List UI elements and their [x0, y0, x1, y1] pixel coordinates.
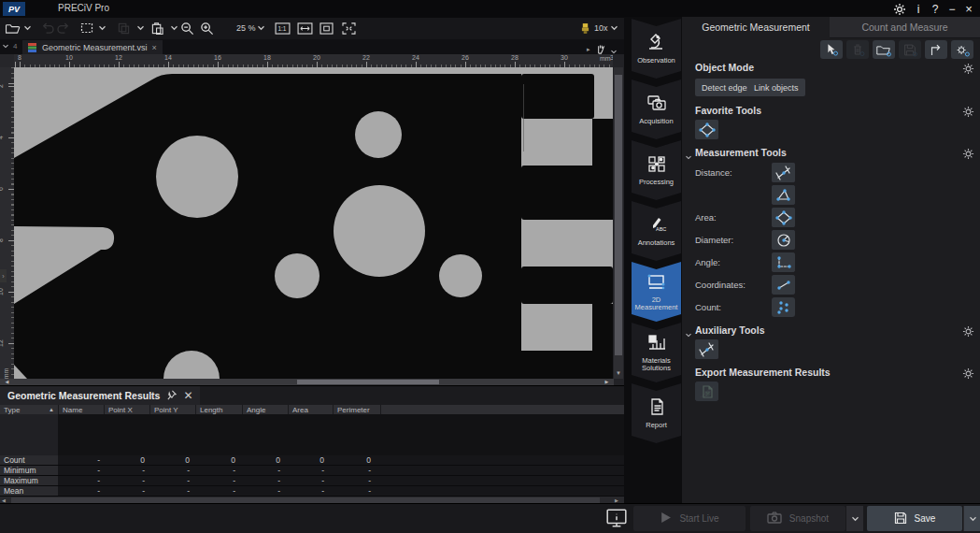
- tab-list-icon[interactable]: [2, 42, 9, 50]
- sidebar-item-annotations[interactable]: ABC Annotations: [632, 201, 681, 261]
- sidebar-item-2d-measurement[interactable]: 2D Measurement: [632, 262, 681, 322]
- snapshot-dropdown[interactable]: [846, 506, 863, 531]
- fullscreen-button[interactable]: [342, 20, 356, 36]
- sidebar-item-observation[interactable]: Observation: [632, 19, 681, 79]
- favorite-tools-title: Favorite Tools: [695, 105, 761, 116]
- materials-icon: [646, 333, 668, 355]
- document-tab-close-icon[interactable]: ×: [152, 43, 157, 52]
- fit-width-button[interactable]: [297, 20, 313, 36]
- close-button[interactable]: ×: [960, 1, 977, 17]
- summary-value: -: [238, 466, 283, 475]
- objective-icon: [581, 20, 589, 36]
- objective-dropdown[interactable]: [609, 20, 618, 36]
- save-dropdown[interactable]: [963, 506, 980, 531]
- zoom-out-icon[interactable]: [180, 20, 194, 36]
- start-live-button[interactable]: Start Live: [633, 506, 746, 531]
- column-header-point-y[interactable]: Point Y: [150, 405, 195, 414]
- column-header-type[interactable]: Type ▲: [0, 405, 58, 414]
- zoom-1to1-button[interactable]: 1:1: [275, 20, 291, 36]
- measure-perpendicular[interactable]: [772, 252, 795, 272]
- copy-icon[interactable]: [118, 20, 130, 36]
- save-tag-button[interactable]: [899, 40, 921, 59]
- measure-count-dots[interactable]: [772, 297, 795, 317]
- specimen-image[interactable]: [14, 67, 613, 379]
- row-label: Angle:: [695, 257, 720, 267]
- auxiliary-tools-settings-icon[interactable]: [962, 324, 974, 337]
- auxiliary-tools-collapse-icon[interactable]: [685, 324, 694, 341]
- display-button[interactable]: [605, 507, 628, 533]
- column-header-angle[interactable]: Angle: [243, 405, 288, 414]
- favorite-tools-settings-icon[interactable]: [962, 105, 974, 117]
- fit-window-button[interactable]: [320, 20, 334, 36]
- column-header-point-x[interactable]: Point X: [105, 405, 149, 414]
- tab-overflow[interactable]: 4: [2, 42, 17, 50]
- save-button[interactable]: Save: [867, 506, 962, 531]
- document-tab[interactable]: Geometric Measurement.vsi ×: [22, 40, 163, 54]
- trash-tag-button[interactable]: [846, 40, 869, 59]
- help-icon[interactable]: ?: [927, 1, 944, 17]
- export-doc-file-x[interactable]: [695, 382, 718, 401]
- v-ruler-tick-label: 2: [0, 81, 14, 91]
- tab-geometric-measurement[interactable]: Geometric Measurement: [682, 17, 830, 37]
- scroll-right-icon[interactable]: ▶: [602, 379, 612, 385]
- snapshot-button[interactable]: Snapshot: [750, 506, 845, 531]
- vertical-scrollbar[interactable]: ▼: [614, 67, 623, 379]
- row-label: Distance:: [695, 167, 732, 178]
- auxiliary-caliper[interactable]: [695, 339, 718, 359]
- minimize-button[interactable]: −: [944, 1, 960, 17]
- zoom-level-value[interactable]: 25 %: [236, 20, 256, 36]
- sidebar-item-acquisition[interactable]: Acquisition: [632, 79, 681, 139]
- paste-icon[interactable]: [151, 20, 163, 36]
- column-header-name[interactable]: Name: [59, 405, 104, 414]
- column-header-area[interactable]: Area: [289, 405, 333, 414]
- column-header-perimeter[interactable]: Perimeter: [334, 405, 380, 414]
- folder-tag-button[interactable]: [873, 40, 895, 59]
- measure-caliper[interactable]: [772, 163, 795, 182]
- results-panel: Geometric Measurement Results ✕ Type ▲Na…: [0, 385, 624, 504]
- settings-gear-icon[interactable]: [891, 1, 908, 17]
- horizontal-scrollbar-thumb[interactable]: [297, 380, 439, 384]
- sidebar-item-report[interactable]: Report: [632, 383, 681, 443]
- undo-icon[interactable]: [40, 20, 54, 36]
- copy-dropdown[interactable]: [135, 20, 145, 36]
- measure-diamond[interactable]: [772, 208, 795, 227]
- info-icon[interactable]: i: [910, 1, 927, 17]
- tab-count-and-measure[interactable]: Count and Measure: [830, 17, 980, 38]
- results-close-icon[interactable]: ✕: [183, 389, 192, 402]
- measurement-tools-settings-icon[interactable]: [962, 147, 974, 159]
- scroll-left-icon[interactable]: ◀: [2, 379, 12, 385]
- measurement-tools-collapse-icon[interactable]: [685, 147, 694, 164]
- left-expander[interactable]: ›: [0, 269, 7, 282]
- export-settings-icon[interactable]: [962, 367, 974, 379]
- open-file-dropdown[interactable]: [22, 20, 32, 36]
- redo-icon[interactable]: [57, 20, 71, 36]
- select-region-dropdown[interactable]: [97, 20, 107, 36]
- cursor-tag-button[interactable]: [820, 40, 843, 59]
- open-file-icon[interactable]: [5, 20, 21, 36]
- summary-value: -: [238, 486, 283, 496]
- row-label: Area:: [695, 212, 717, 223]
- scroll-down-icon[interactable]: ▼: [614, 368, 623, 379]
- link-objects-button[interactable]: Link objects: [747, 79, 805, 96]
- select-region-icon[interactable]: [80, 20, 93, 36]
- zoom-level-dropdown[interactable]: [256, 20, 265, 36]
- measure-line-2point[interactable]: [772, 275, 795, 295]
- horizontal-scrollbar[interactable]: ◀ ▶: [0, 379, 614, 385]
- sidebar-item-processing[interactable]: Processing: [632, 140, 681, 200]
- objective-magnification[interactable]: 10x: [594, 20, 608, 36]
- measure-circle-pie[interactable]: [772, 230, 795, 250]
- object-mode-settings-icon[interactable]: [962, 62, 974, 74]
- app-logo: PV: [3, 2, 25, 16]
- pan-expand-icon[interactable]: ▸: [587, 46, 590, 53]
- summary-value: 0: [283, 455, 327, 465]
- measure-triangle[interactable]: [772, 185, 795, 205]
- corner-arrow-button[interactable]: [925, 40, 947, 59]
- gear-tag-button[interactable]: [951, 40, 973, 59]
- vertical-scrollbar-thumb[interactable]: [615, 75, 622, 355]
- favorite-diamond[interactable]: [695, 120, 718, 139]
- sidebar-item-materials-solutions[interactable]: Materials Solutions: [632, 323, 681, 382]
- column-header-length[interactable]: Length: [196, 405, 242, 414]
- pin-icon[interactable]: [166, 387, 177, 404]
- paste-dropdown[interactable]: [169, 20, 178, 36]
- zoom-in-icon[interactable]: [200, 20, 214, 36]
